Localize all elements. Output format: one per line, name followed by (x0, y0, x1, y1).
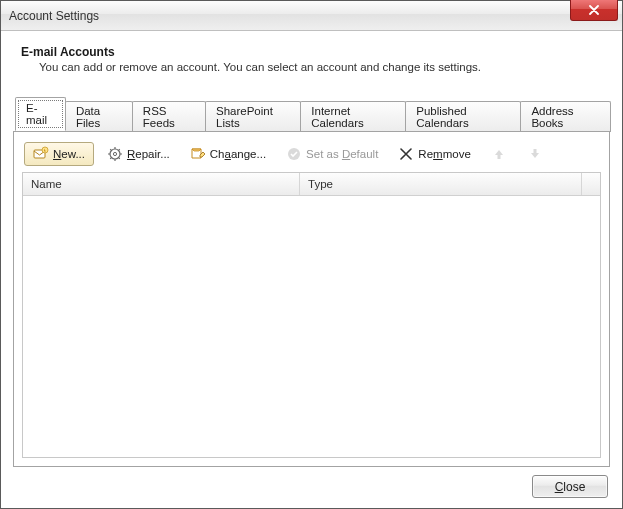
page-title: E-mail Accounts (21, 45, 608, 59)
column-header-type[interactable]: Type (300, 173, 582, 195)
svg-point-3 (113, 152, 116, 155)
button-label: Set as Default (306, 148, 378, 160)
close-button[interactable]: Close (532, 475, 608, 498)
button-label: Remmove (418, 148, 470, 160)
tab-sharepoint-lists[interactable]: SharePoint Lists (205, 101, 301, 132)
move-up-button (484, 142, 514, 166)
button-label: Repair... (127, 148, 170, 160)
new-button[interactable]: New... (24, 142, 94, 166)
tab-rss-feeds[interactable]: RSS Feeds (132, 101, 206, 132)
arrow-up-icon (491, 146, 507, 162)
page-description: You can add or remove an account. You ca… (21, 61, 608, 73)
accounts-list[interactable]: Name Type (22, 172, 601, 458)
set-default-button: Set as Default (279, 142, 385, 166)
column-header-tail (582, 173, 600, 195)
button-label: Close (555, 480, 586, 494)
tabstrip: E-mail Data Files RSS Feeds SharePoint L… (13, 97, 610, 131)
tab-data-files[interactable]: Data Files (65, 101, 133, 132)
tab-published-calendars[interactable]: Published Calendars (405, 101, 521, 132)
list-header: Name Type (23, 173, 600, 196)
tab-panel-email: New... Repair... (13, 131, 610, 467)
change-button[interactable]: Chaange... (183, 142, 273, 166)
column-header-name[interactable]: Name (23, 173, 300, 195)
client-area: E-mail Accounts You can add or remove an… (1, 31, 622, 508)
titlebar: Account Settings (1, 1, 622, 31)
remove-icon (398, 146, 414, 162)
new-mail-icon (33, 146, 49, 162)
list-body (23, 196, 600, 457)
window-close-button[interactable] (570, 0, 618, 21)
remove-button[interactable]: Remmove (391, 142, 477, 166)
account-settings-dialog: Account Settings E-mail Accounts You can… (0, 0, 623, 509)
tab-label: E-mail (26, 102, 47, 126)
tab-label: RSS Feeds (143, 105, 175, 129)
button-label: Chaange... (210, 148, 266, 160)
repair-icon (107, 146, 123, 162)
repair-button[interactable]: Repair... (100, 142, 177, 166)
change-icon (190, 146, 206, 162)
arrow-down-icon (527, 146, 543, 162)
button-label: New... (53, 148, 85, 160)
tab-email[interactable]: E-mail (15, 97, 66, 131)
tab-internet-calendars[interactable]: Internet Calendars (300, 101, 406, 132)
dialog-footer: Close (13, 467, 610, 498)
tab-label: Address Books (531, 105, 573, 129)
page-header: E-mail Accounts You can add or remove an… (13, 43, 610, 83)
toolbar: New... Repair... (22, 140, 601, 172)
tab-address-books[interactable]: Address Books (520, 101, 611, 132)
move-down-button (520, 142, 550, 166)
tab-label: Data Files (76, 105, 100, 129)
tab-label: Published Calendars (416, 105, 468, 129)
check-circle-icon (286, 146, 302, 162)
window-title: Account Settings (9, 9, 99, 23)
tab-label: SharePoint Lists (216, 105, 273, 129)
tab-label: Internet Calendars (311, 105, 363, 129)
close-icon (586, 2, 602, 18)
